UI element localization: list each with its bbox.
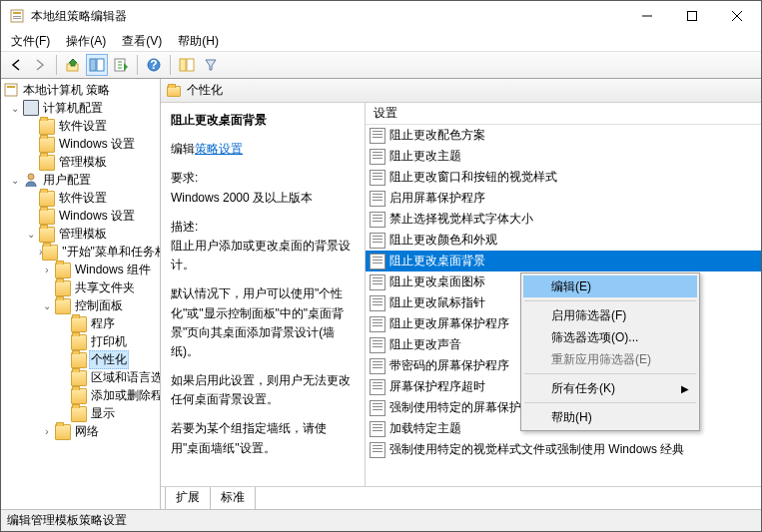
collapse-icon[interactable]: ⌄ bbox=[7, 103, 23, 114]
list-header-settings[interactable]: 设置 bbox=[366, 103, 761, 125]
show-hide-tree-button[interactable] bbox=[86, 54, 108, 76]
list-item[interactable]: 阻止更改桌面背景 bbox=[366, 251, 761, 271]
list-item[interactable]: 禁止选择视觉样式字体大小 bbox=[366, 209, 761, 230]
expand-icon[interactable]: › bbox=[39, 265, 55, 275]
desc-p3: 如果启用此设置，则用户无法更改任何桌面背景设置。 bbox=[171, 371, 355, 409]
filter-button[interactable] bbox=[200, 54, 222, 76]
policy-setting-icon bbox=[370, 170, 385, 186]
tab-standard[interactable]: 标准 bbox=[210, 487, 256, 509]
context-menu: 编辑(E) 启用筛选器(F) 筛选器选项(O)... 重新应用筛选器(E) 所有… bbox=[520, 272, 700, 431]
cm-filter-options[interactable]: 筛选器选项(O)... bbox=[523, 326, 697, 348]
properties-button[interactable] bbox=[176, 54, 198, 76]
tree-item[interactable]: ⌄管理模板 bbox=[1, 225, 160, 243]
expand-icon[interactable]: › bbox=[39, 426, 55, 437]
folder-icon bbox=[71, 334, 87, 350]
toolbar-separator bbox=[170, 55, 171, 75]
tree-item[interactable]: 显示 bbox=[1, 404, 160, 422]
folder-icon bbox=[167, 86, 181, 97]
path-header: 个性化 bbox=[161, 79, 761, 103]
close-button[interactable] bbox=[714, 1, 759, 31]
tree-user-config[interactable]: ⌄ 用户配置 bbox=[1, 171, 160, 189]
menu-action[interactable]: 操作(A) bbox=[58, 31, 114, 52]
list-item-label: 阻止更改颜色和外观 bbox=[389, 232, 497, 249]
folder-icon bbox=[55, 298, 71, 314]
forward-button[interactable] bbox=[29, 54, 51, 76]
tree-root[interactable]: 本地计算机 策略 bbox=[1, 81, 160, 99]
main-area: 本地计算机 策略 ⌄ 计算机配置 软件设置 Windows 设置 管理模板 ⌄ … bbox=[1, 79, 761, 509]
cm-all-tasks[interactable]: 所有任务(K)▶ bbox=[523, 377, 697, 399]
tree-item[interactable]: 添加或删除程序 bbox=[1, 386, 160, 404]
cm-enable-filter[interactable]: 启用筛选器(F) bbox=[523, 304, 697, 326]
list-pane: 设置 阻止更改配色方案阻止更改主题阻止更改窗口和按钮的视觉样式启用屏幕保护程序禁… bbox=[366, 103, 761, 486]
folder-icon bbox=[39, 227, 55, 243]
policy-setting-icon bbox=[370, 400, 385, 416]
tree-item[interactable]: Windows 设置 bbox=[1, 135, 160, 153]
tree-item[interactable]: 软件设置 bbox=[1, 117, 160, 135]
menu-help[interactable]: 帮助(H) bbox=[170, 31, 227, 52]
up-button[interactable] bbox=[62, 54, 84, 76]
svg-rect-16 bbox=[5, 84, 17, 96]
menu-file[interactable]: 文件(F) bbox=[3, 31, 58, 52]
tabs-row: 扩展 标准 bbox=[161, 487, 761, 509]
tab-extended[interactable]: 扩展 bbox=[165, 487, 211, 509]
tree-item[interactable]: 区域和语言选项 bbox=[1, 368, 160, 386]
policy-setting-icon bbox=[370, 212, 385, 228]
folder-icon bbox=[39, 119, 55, 135]
tree-item[interactable]: 管理模板 bbox=[1, 153, 160, 171]
cm-edit[interactable]: 编辑(E) bbox=[523, 275, 697, 297]
folder-icon bbox=[55, 263, 71, 278]
minimize-button[interactable] bbox=[624, 1, 669, 31]
svg-rect-2 bbox=[13, 16, 21, 17]
list-item[interactable]: 强制使用特定的视觉样式文件或强制使用 Windows 经典 bbox=[366, 439, 761, 460]
tree-item[interactable]: 软件设置 bbox=[1, 189, 160, 207]
list-item[interactable]: 启用屏幕保护程序 bbox=[366, 188, 761, 209]
export-button[interactable] bbox=[110, 54, 132, 76]
tree-item[interactable]: Windows 设置 bbox=[1, 207, 160, 225]
tree-item[interactable]: ›网络 bbox=[1, 422, 160, 440]
desc-label: 描述: bbox=[171, 220, 198, 234]
cm-separator bbox=[524, 373, 696, 374]
collapse-icon[interactable]: ⌄ bbox=[39, 300, 55, 311]
folder-icon bbox=[39, 155, 55, 171]
folder-icon bbox=[39, 137, 55, 153]
tree-item[interactable]: ›Windows 组件 bbox=[1, 261, 160, 278]
help-button[interactable]: ? bbox=[143, 54, 165, 76]
tree-item[interactable]: ›"开始"菜单和任务栏 bbox=[1, 243, 160, 261]
svg-rect-15 bbox=[187, 59, 194, 71]
policy-setting-icon bbox=[370, 233, 385, 249]
svg-rect-10 bbox=[97, 59, 104, 71]
back-button[interactable] bbox=[5, 54, 27, 76]
list-item-label: 阻止更改主题 bbox=[389, 148, 461, 165]
list-item-label: 阻止更改桌面背景 bbox=[389, 253, 485, 269]
tree-pane[interactable]: 本地计算机 策略 ⌄ 计算机配置 软件设置 Windows 设置 管理模板 ⌄ … bbox=[1, 79, 161, 509]
tree-item[interactable]: ⌄控制面板 bbox=[1, 296, 160, 314]
list-item[interactable]: 阻止更改窗口和按钮的视觉样式 bbox=[366, 167, 761, 188]
list-item[interactable]: 阻止更改主题 bbox=[366, 146, 761, 167]
tree-computer-config[interactable]: ⌄ 计算机配置 bbox=[1, 99, 160, 117]
list-item[interactable]: 阻止更改配色方案 bbox=[366, 125, 761, 146]
list-item-label: 屏幕保护程序超时 bbox=[389, 378, 485, 395]
tree-item-personalization[interactable]: 个性化 bbox=[1, 350, 160, 368]
list-item-label: 强制使用特定的视觉样式文件或强制使用 Windows 经典 bbox=[389, 441, 684, 458]
desc-req-label: 要求: bbox=[171, 171, 198, 185]
folder-icon bbox=[39, 209, 55, 225]
list-item-label: 阻止更改窗口和按钮的视觉样式 bbox=[389, 169, 557, 186]
collapse-icon[interactable]: ⌄ bbox=[23, 229, 39, 240]
list-item[interactable]: 阻止更改颜色和外观 bbox=[366, 230, 761, 251]
menu-view[interactable]: 查看(V) bbox=[114, 31, 170, 52]
cm-help[interactable]: 帮助(H) bbox=[523, 406, 697, 428]
folder-icon bbox=[71, 316, 87, 332]
tree-item[interactable]: 程序 bbox=[1, 314, 160, 332]
content-pane: 个性化 阻止更改桌面背景 编辑策略设置 要求:Windows 2000 及以上版… bbox=[161, 79, 761, 509]
policy-settings-link[interactable]: 策略设置 bbox=[195, 142, 243, 156]
tree-item[interactable]: 共享文件夹 bbox=[1, 278, 160, 296]
policy-setting-icon bbox=[370, 442, 385, 458]
maximize-button[interactable] bbox=[669, 1, 714, 31]
list-item-label: 阻止更改鼠标指针 bbox=[389, 294, 485, 311]
folder-icon bbox=[55, 424, 71, 440]
desc-body: 阻止用户添加或更改桌面的背景设计。 bbox=[171, 239, 351, 271]
policy-setting-icon bbox=[370, 358, 385, 374]
collapse-icon[interactable]: ⌄ bbox=[7, 175, 23, 186]
tree-item[interactable]: 打印机 bbox=[1, 332, 160, 350]
list-body[interactable]: 阻止更改配色方案阻止更改主题阻止更改窗口和按钮的视觉样式启用屏幕保护程序禁止选择… bbox=[366, 125, 761, 486]
